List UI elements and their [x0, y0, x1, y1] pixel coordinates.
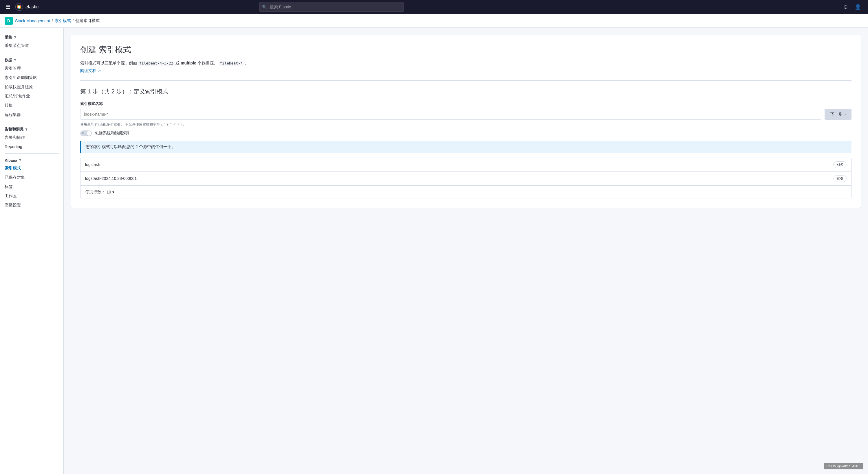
- search-icon: 🔍: [262, 5, 267, 9]
- code-example-1: filebeat-4-3-22: [138, 61, 174, 66]
- user-icon-button[interactable]: 👤: [852, 3, 863, 11]
- sidebar-section-data: 数据 ? 索引管理 索引生命周期策略 拍取快照并还原 汇总/打包作业 转换 远程…: [0, 55, 63, 120]
- sidebar-divider-3: [5, 153, 59, 154]
- sidebar-item-transform[interactable]: 转换: [0, 101, 63, 110]
- sidebar: 采集 ? 采集节点管道 数据 ? 索引管理 索引生命周期策略 拍取快照并还原 汇…: [0, 28, 64, 474]
- search-bar-container: 🔍: [259, 2, 404, 12]
- breadcrumb-sep-1: /: [52, 19, 53, 23]
- next-btn-label: 下一步: [830, 112, 842, 117]
- content-card: 创建 索引模式 索引模式可以匹配单个源，例如 filebeat-4-3-22 或…: [71, 35, 861, 208]
- result-badge-2: 索引: [833, 175, 846, 182]
- toggle-circle: [87, 131, 91, 136]
- step-title: 第 1 步（共 2 步）：定义索引模式: [80, 88, 851, 95]
- sidebar-section-title-alerts: 告警和洞见: [5, 127, 24, 132]
- elastic-logo-icon: [15, 3, 23, 11]
- pagination-row: 每页行数： 10 ▾: [81, 186, 851, 198]
- result-badge-1: 别名: [833, 161, 846, 168]
- sidebar-item-rollup[interactable]: 汇总/打包作业: [0, 92, 63, 101]
- per-page-select[interactable]: 每页行数： 10 ▾: [85, 190, 114, 195]
- breadcrumb: Stack Management / 索引模式 / 创建索引模式: [15, 18, 100, 24]
- doc-link-text: 阅读文档: [80, 68, 96, 73]
- top-nav: ☰ elastic 🔍 ⊙ 👤: [0, 0, 868, 14]
- watermark: CSDN @weixin_438...: [824, 463, 863, 469]
- breadcrumb-sep-2: /: [73, 19, 74, 23]
- sidebar-item-remote-cluster[interactable]: 远程集群: [0, 110, 63, 120]
- sidebar-section-header-ingest: 采集 ?: [0, 32, 63, 41]
- nav-right: ⊙ 👤: [841, 3, 863, 11]
- sidebar-section-title-ingest: 采集: [5, 35, 12, 40]
- logo-text: elastic: [26, 4, 38, 9]
- avatar: D: [5, 17, 13, 25]
- sidebar-item-alerts-actions[interactable]: 告警和操作: [0, 133, 63, 142]
- sidebar-section-title-kibana: Kibana: [5, 158, 17, 163]
- sidebar-section-ingest: 采集 ? 采集节点管道: [0, 32, 63, 50]
- index-pattern-input[interactable]: [80, 109, 821, 120]
- help-icon-ingest[interactable]: ?: [14, 35, 16, 40]
- sidebar-item-snapshot[interactable]: 拍取快照并还原: [0, 82, 63, 92]
- toggle-x-icon: ✕: [81, 131, 84, 135]
- description: 索引模式可以匹配单个源，例如 filebeat-4-3-22 或 multipl…: [80, 60, 851, 67]
- info-box: 您的索引模式可以匹配您的 2 个源中的任何一个。: [80, 141, 851, 153]
- help-icon-alerts[interactable]: ?: [25, 127, 28, 132]
- section-divider: [80, 80, 851, 81]
- sidebar-divider-1: [5, 53, 59, 53]
- breadcrumb-current: 创建索引模式: [75, 18, 100, 24]
- sidebar-item-ilm[interactable]: 索引生命周期策略: [0, 73, 63, 82]
- table-row: logstash-2024.10.28-000001 索引: [81, 172, 851, 186]
- per-page-chevron-icon: ▾: [112, 190, 114, 194]
- help-icon-kibana[interactable]: ?: [19, 158, 21, 163]
- elastic-logo: elastic: [15, 3, 38, 11]
- sidebar-section-kibana: Kibana ? 索引模式 已保存对象 标签 工作区 高级设置: [0, 156, 63, 210]
- doc-link[interactable]: 阅读文档 ↗: [80, 68, 101, 73]
- breadcrumb-stack-management[interactable]: Stack Management: [15, 19, 50, 23]
- help-icon-data[interactable]: ?: [14, 58, 16, 63]
- main-content: 创建 索引模式 索引模式可以匹配单个源，例如 filebeat-4-3-22 或…: [64, 28, 868, 474]
- sidebar-item-index-management[interactable]: 索引管理: [0, 64, 63, 73]
- layout: 采集 ? 采集节点管道 数据 ? 索引管理 索引生命周期策略 拍取快照并还原 汇…: [0, 28, 868, 474]
- sidebar-section-header-data: 数据 ?: [0, 55, 63, 64]
- sidebar-divider-2: [5, 122, 59, 122]
- toggle-label: 包括系统和隐藏索引: [95, 131, 131, 136]
- sidebar-item-workspace[interactable]: 工作区: [0, 192, 63, 201]
- breadcrumb-bar: D Stack Management / 索引模式 / 创建索引模式: [0, 14, 868, 28]
- page-title: 创建 索引模式: [80, 44, 851, 55]
- help-icon-button[interactable]: ⊙: [841, 3, 850, 11]
- sidebar-section-alerts: 告警和洞见 ? 告警和操作 Reporting: [0, 124, 63, 151]
- code-example-2: filebeat-*: [219, 61, 244, 66]
- per-page-value: 10: [106, 190, 111, 194]
- sidebar-item-advanced-settings[interactable]: 高级设置: [0, 201, 63, 210]
- table-row: logstash 别名: [81, 158, 851, 172]
- next-step-button[interactable]: 下一步 ›: [825, 109, 851, 120]
- sidebar-item-index-patterns[interactable]: 索引模式: [0, 164, 63, 173]
- hamburger-button[interactable]: ☰: [5, 3, 11, 11]
- result-name-2: logstash-2024.10.28-000001: [85, 176, 833, 181]
- sidebar-item-saved-objects[interactable]: 已保存对象: [0, 173, 63, 182]
- search-input[interactable]: [259, 2, 404, 12]
- bold-multiple: multiple: [181, 61, 196, 65]
- svg-point-4: [18, 6, 20, 8]
- next-arrow-icon: ›: [844, 112, 846, 116]
- result-name-1: logstash: [85, 162, 833, 167]
- input-row: 下一步 ›: [80, 109, 851, 120]
- toggle-row: ✕ 包括系统和隐藏索引: [80, 130, 851, 136]
- sidebar-item-reporting[interactable]: Reporting: [0, 142, 63, 151]
- info-text: 您的索引模式可以匹配您的 2 个源中的任何一个。: [86, 144, 176, 149]
- results-table: logstash 别名 logstash-2024.10.28-000001 索…: [80, 158, 851, 198]
- toggle-include-system[interactable]: ✕: [80, 130, 92, 136]
- breadcrumb-index-patterns[interactable]: 索引模式: [55, 18, 71, 24]
- sidebar-section-header-kibana: Kibana ?: [0, 156, 63, 164]
- sidebar-section-title-data: 数据: [5, 58, 12, 63]
- form-label: 索引模式名称: [80, 101, 851, 106]
- per-page-label: 每页行数：: [85, 190, 105, 195]
- sidebar-section-header-alerts: 告警和洞见 ?: [0, 124, 63, 133]
- hint-text: 使用星号 (*) 匹配多个索引。 不允许使用空格和字符 \, /, ?, ", …: [80, 122, 851, 127]
- sidebar-item-ingest-pipeline[interactable]: 采集节点管道: [0, 41, 63, 50]
- external-link-icon: ↗: [98, 69, 101, 73]
- sidebar-item-tags[interactable]: 标签: [0, 182, 63, 192]
